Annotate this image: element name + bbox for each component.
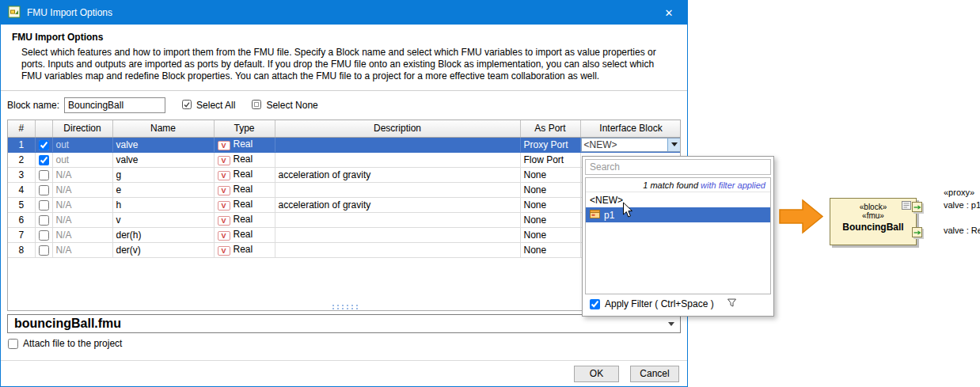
block-name-row: Block name: Select All Select None [1,91,687,120]
variables-table-container: # Direction Name Type Description As Por… [7,120,681,311]
list-item-p1[interactable]: p1 [586,207,770,222]
table-row[interactable]: 5 N/A h VReal acceleration of gravity No… [8,197,681,212]
dropdown-list: 1 match found with filter applied <NEW> … [585,177,771,294]
table-row[interactable]: 7 N/A der(h) VReal None [8,227,681,242]
table-row[interactable]: 6 N/A v VReal None [8,212,681,227]
import-checkbox[interactable] [39,200,49,211]
fmu-file-combo[interactable]: bouncingBall.fmu [7,314,681,333]
table-row[interactable]: 1 out valve VReal Proxy Port <NEW> [8,137,681,152]
flow-port-label: valve : Real [944,226,980,235]
header-checkbox[interactable] [35,120,52,137]
combo-dropdown-icon[interactable] [667,138,681,151]
description-cell [275,212,520,227]
direction-cell: out [52,152,112,167]
description-cell: acceleration of gravity [275,167,520,182]
row-checkbox-cell [35,152,52,167]
type-cell: VReal [214,242,275,257]
description-cell [275,227,520,242]
bouncingball-block[interactable]: «block» «fmu» BouncingBall [830,198,917,245]
import-checkbox[interactable] [39,140,49,150]
header-as-port[interactable]: As Port [520,120,580,137]
value-type-icon: V [218,231,230,241]
row-checkbox-cell [35,242,52,257]
cancel-button[interactable]: Cancel [630,366,679,382]
type-label: Real [234,229,253,240]
row-checkbox-cell [35,182,52,197]
table-row[interactable]: 3 N/A g VReal acceleration of gravity No… [8,167,681,182]
type-label: Real [234,169,253,180]
chevron-down-icon [668,322,674,326]
fmu-stereotype: «fmu» [830,211,916,220]
interface-block-icon [590,210,600,221]
table-row[interactable]: 4 N/A e VReal None [8,182,681,197]
import-checkbox[interactable] [39,155,49,165]
list-item-new[interactable]: <NEW> [586,192,770,207]
as-port-cell: None [520,227,580,242]
ok-button[interactable]: OK [574,366,619,382]
description-cell [275,152,520,167]
proxy-port-label: valve : p1 [944,200,980,210]
filter-funnel-icon[interactable] [727,298,737,310]
block-name: BouncingBall [830,222,916,233]
header-direction[interactable]: Direction [52,120,112,137]
as-port-cell: Proxy Port [520,137,580,152]
type-cell: VReal [214,167,275,182]
apply-filter-bar: Apply Filter ( Ctrl+Space ) [585,294,771,313]
resize-grip[interactable] [331,304,358,310]
apply-filter-label: Apply Filter ( Ctrl+Space ) [605,298,714,309]
row-checkbox-cell [35,197,52,212]
as-port-cell: None [520,212,580,227]
description-cell [275,137,520,152]
select-none-button[interactable]: Select None [251,99,317,112]
attach-file-label: Attach file to the project [23,338,122,349]
type-label: Real [234,214,253,225]
flow-port[interactable] [912,227,922,237]
row-number: 5 [8,197,35,212]
header-num[interactable]: # [8,120,35,137]
filter-applied-link[interactable]: with filter applied [698,180,765,190]
search-input[interactable] [585,159,771,175]
name-cell: der(h) [112,227,214,242]
value-type-icon: V [218,246,230,256]
select-all-label: Select All [196,100,235,111]
table-row[interactable]: 8 N/A der(v) VReal None [8,242,681,257]
table-row[interactable]: 2 out valve VReal Flow Port [8,152,681,167]
attach-file-checkbox[interactable] [8,339,18,349]
select-none-icon [251,99,262,112]
value-type-icon: V [218,186,230,195]
interface-block-combo[interactable]: <NEW> [581,138,682,152]
result-arrow-icon [779,199,824,237]
attach-file-row: Attach file to the project [8,338,680,349]
row-checkbox-cell [35,167,52,182]
as-port-cell: None [520,167,580,182]
proxy-port[interactable] [912,202,922,212]
import-checkbox[interactable] [39,185,49,195]
header-type[interactable]: Type [214,120,275,137]
match-status-line: 1 match found with filter applied [586,178,770,192]
block-name-input[interactable] [64,97,165,113]
direction-cell: N/A [52,212,112,227]
app-icon [8,6,21,21]
header-interface-block[interactable]: Interface Block [580,120,681,137]
import-checkbox[interactable] [39,215,49,226]
import-checkbox[interactable] [39,170,49,180]
row-checkbox-cell [35,137,52,152]
name-cell: v [112,212,214,227]
header-description[interactable]: Description [275,120,520,137]
import-checkbox[interactable] [39,245,49,256]
direction-cell: N/A [52,227,112,242]
type-label: Real [234,138,253,150]
header-name[interactable]: Name [112,120,214,137]
close-icon[interactable]: ✕ [658,7,680,19]
direction-cell: N/A [52,242,112,257]
import-checkbox[interactable] [39,230,49,241]
direction-cell: N/A [52,197,112,212]
type-label: Real [234,154,253,165]
select-all-button[interactable]: Select All [181,99,235,112]
apply-filter-checkbox[interactable] [590,299,600,309]
name-cell: h [112,197,214,212]
value-type-icon: V [218,141,230,150]
description-cell [275,242,520,257]
value-type-icon: V [218,201,230,211]
window-title: FMU Import Options [27,7,112,18]
